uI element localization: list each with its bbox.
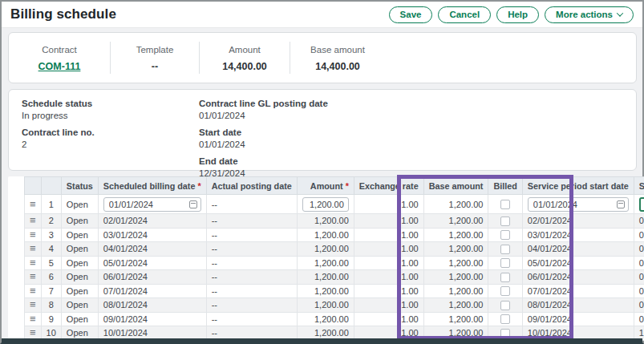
billed-checkbox[interactable]: [500, 301, 510, 310]
schedule-status-field: Schedule status In progress: [22, 99, 199, 120]
cancel-button[interactable]: Cancel: [438, 6, 491, 23]
details-left-column: Schedule status In progress Contract lin…: [22, 99, 199, 170]
billed-checkbox[interactable]: [500, 245, 510, 254]
billing-table-card: StatusScheduled billing date*Actual post…: [8, 176, 637, 340]
service_start-cell: 09/01/2024: [522, 312, 634, 326]
actual_posting_date-cell: --: [206, 214, 297, 229]
title-bar: Billing schedule Save Cancel Help More a…: [2, 2, 642, 28]
template-label: Template: [111, 45, 199, 55]
row-number: 9: [41, 312, 61, 326]
base_amount-cell: 1,200.00: [423, 242, 488, 257]
toolbar: Save Cancel Help More actions: [389, 6, 634, 23]
drag-handle-icon[interactable]: ≡: [30, 200, 36, 208]
help-button[interactable]: Help: [496, 6, 539, 23]
end-date-field: End date 12/31/2024: [199, 156, 328, 178]
status-cell: Open: [61, 312, 98, 326]
service_end-cell: 04/30/2024: [634, 242, 644, 257]
actual_posting_date-cell: --: [206, 284, 297, 298]
actual_posting_date-cell: --: [206, 195, 297, 214]
row-drag-cell: ≡: [25, 298, 42, 313]
table-row: ≡9Open09/01/2024--1,200.001.001,200.0009…: [25, 312, 644, 326]
drag-handle-icon[interactable]: ≡: [30, 329, 36, 337]
drag-handle-icon[interactable]: ≡: [30, 259, 36, 267]
billed-cell: [488, 195, 522, 214]
save-button[interactable]: Save: [389, 6, 433, 23]
billed-checkbox[interactable]: [500, 230, 510, 240]
service_end-input[interactable]: [639, 197, 644, 212]
drag-handle-icon[interactable]: ≡: [30, 315, 36, 323]
service_end-cell: 02/29/2024: [634, 214, 644, 229]
row-drag-cell: ≡: [25, 195, 42, 214]
billed-checkbox[interactable]: [500, 329, 510, 338]
service_start-cell: 02/01/2024: [522, 214, 634, 229]
exchange_rate-cell: 1.00: [354, 256, 423, 270]
schedule-status-label: Schedule status: [22, 99, 199, 108]
exchange_rate-cell: 1.00: [354, 312, 423, 326]
more-actions-button[interactable]: More actions: [545, 6, 634, 23]
actual_posting_date-cell: --: [206, 228, 297, 242]
chevron-down-icon: [617, 10, 623, 16]
service_start-input[interactable]: [528, 197, 629, 212]
base_amount-cell: 1,200.00: [423, 228, 488, 242]
row-drag-cell: ≡: [25, 228, 42, 242]
calendar-icon[interactable]: [617, 200, 625, 208]
start-date-label: Start date: [199, 127, 328, 137]
help-button-label: Help: [508, 10, 528, 19]
billed-cell: [488, 242, 522, 257]
drag-handle-icon[interactable]: ≡: [30, 273, 36, 281]
exchange_rate-cell: 1.00: [354, 298, 423, 313]
drag-handle-icon[interactable]: ≡: [30, 231, 36, 239]
scheduled_date-input[interactable]: [103, 197, 201, 212]
service_end-cell: 08/31/2024: [634, 298, 644, 313]
service_start-cell: 03/01/2024: [522, 228, 634, 242]
base-amount-label: Base amount: [290, 45, 385, 55]
billed-checkbox[interactable]: [500, 258, 510, 268]
billed-cell: [488, 298, 522, 313]
scheduled_date-cell: 02/01/2024: [98, 214, 206, 229]
billed-checkbox[interactable]: [500, 286, 510, 296]
calendar-icon[interactable]: [189, 200, 197, 208]
drag-handle-icon[interactable]: ≡: [30, 217, 36, 225]
service_end-cell: 05/31/2024: [634, 256, 644, 270]
actual_posting_date-cell: --: [206, 312, 297, 326]
exchange_rate-cell: 1.00: [354, 214, 423, 229]
status-cell: Open: [61, 195, 98, 214]
summary-card: Contract COM-111 Template -- Amount 14,4…: [8, 32, 637, 83]
status-cell: Open: [61, 242, 98, 257]
billed-checkbox[interactable]: [500, 217, 510, 226]
table-row: ≡5Open05/01/2024--1,200.001.001,200.0005…: [25, 256, 644, 270]
status-cell: Open: [61, 256, 98, 270]
row-drag-cell: ≡: [25, 270, 42, 285]
base_amount-cell: 1,200.00: [423, 284, 488, 298]
status-cell: Open: [61, 228, 98, 242]
summary-field-contract: Contract COM-111: [9, 43, 110, 72]
amount-cell: [297, 195, 354, 214]
drag-handle-icon[interactable]: ≡: [30, 301, 36, 309]
status-cell: Open: [61, 298, 98, 313]
contract-link[interactable]: COM-111: [38, 61, 81, 72]
billed-checkbox[interactable]: [500, 200, 510, 209]
column-header-service_start: Service period start date: [522, 177, 634, 195]
billed-checkbox[interactable]: [500, 273, 510, 282]
column-header-scheduled_date: Scheduled billing date*: [98, 177, 206, 195]
amount-input[interactable]: [302, 197, 349, 212]
summary-field-template: Template --: [111, 43, 199, 72]
billed-checkbox[interactable]: [500, 314, 510, 324]
actual_posting_date-cell: --: [206, 270, 297, 285]
base_amount-cell: 1,200.00: [423, 270, 488, 285]
summary-field-base-amount: Base amount 14,400.00: [290, 43, 385, 72]
drag-handle-icon[interactable]: ≡: [30, 245, 36, 253]
row-number: 8: [41, 298, 61, 313]
billing-schedule-table: StatusScheduled billing date*Actual post…: [24, 176, 644, 341]
drag-handle-icon[interactable]: ≡: [30, 287, 36, 295]
bottom-bar: [2, 338, 642, 342]
scheduled_date-cell: 05/01/2024: [98, 256, 206, 270]
service_start-cell: 07/01/2024: [522, 284, 634, 298]
column-header-base_amount: Base amount: [423, 177, 488, 195]
service_start-cell: 05/01/2024: [522, 256, 634, 270]
billed-cell: [488, 256, 522, 270]
base-amount-value: 14,400.00: [290, 61, 385, 72]
scheduled_date-cell: 09/01/2024: [98, 312, 206, 326]
column-header-exchange_rate: Exchange rate: [354, 177, 423, 195]
service_start-cell: 08/01/2024: [522, 298, 634, 313]
